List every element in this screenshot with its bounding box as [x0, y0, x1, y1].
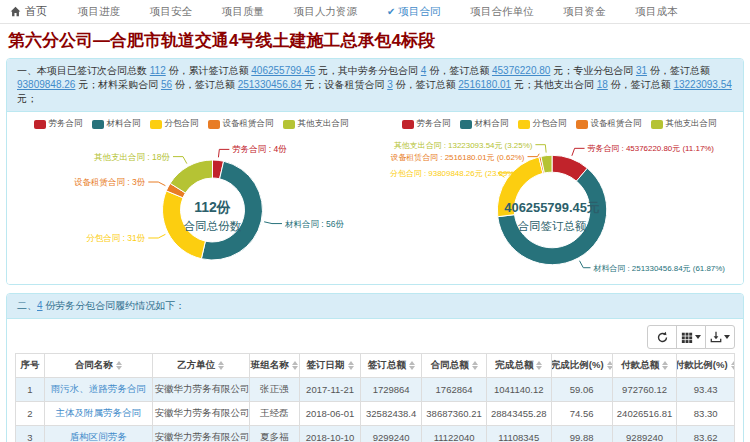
label-leader-line: [173, 157, 187, 164]
static-text: 份，签订总额: [608, 79, 674, 90]
column-label: 签订总额: [368, 359, 406, 372]
nav-item-项目人力资源[interactable]: 项目人力资源: [279, 5, 372, 19]
sort-icon[interactable]: [409, 361, 415, 370]
legend-label: 材料合同: [475, 118, 509, 130]
static-text: 份，签订总额: [426, 65, 492, 76]
cell-complete_pct: 59.06: [551, 378, 612, 402]
cell-name: 主体及附属劳务合同: [44, 402, 152, 426]
cell-company: 安徽华力劳务有限公司: [152, 402, 249, 426]
legend-item[interactable]: 材料合同: [460, 118, 509, 130]
legend-item[interactable]: 其他支出合同: [283, 118, 349, 130]
nav-item-项目成本[interactable]: 项目成本: [620, 5, 692, 19]
legend-swatch-icon: [92, 120, 104, 129]
legend-label: 设备租赁合同: [223, 118, 274, 130]
contract-name-link[interactable]: 盾构区间劳务: [70, 431, 127, 442]
value-link[interactable]: 112: [150, 65, 166, 76]
static-text: 一、本项目已签订次合同总数: [17, 65, 150, 76]
legend-item[interactable]: 劳务合同: [402, 118, 451, 130]
legend-item[interactable]: 分包合同: [518, 118, 567, 130]
column-label: 合同总额: [431, 359, 469, 372]
sort-icon[interactable]: [662, 361, 668, 370]
legend-item[interactable]: 其他支出合同: [651, 118, 717, 130]
column-label: 序号: [20, 359, 39, 372]
export-button[interactable]: [705, 325, 735, 349]
sort-icon[interactable]: [607, 361, 613, 370]
column-header-paid_pct[interactable]: 付款比例(%): [679, 359, 732, 372]
contract-name-link[interactable]: 主体及附属劳务合同: [55, 407, 141, 418]
cell-no: 2: [16, 402, 45, 426]
value-link[interactable]: 18: [597, 79, 608, 90]
value-link[interactable]: 13223093.54: [673, 79, 731, 90]
sort-icon[interactable]: [116, 361, 122, 370]
cell-team: 夏多福: [249, 426, 299, 442]
column-header-team[interactable]: 班组名称: [252, 359, 297, 372]
column-header-paid[interactable]: 付款总额: [615, 359, 675, 372]
nav-item-项目资金[interactable]: 项目资金: [548, 5, 620, 19]
legend-swatch-icon: [460, 120, 472, 129]
cell-completed: 1041140.12: [486, 378, 551, 402]
label-leader-line: [264, 222, 282, 224]
value-link[interactable]: 93809848.26: [17, 79, 75, 90]
legend-label: 其他支出合同: [298, 118, 349, 130]
sort-icon[interactable]: [731, 361, 735, 370]
sort-icon[interactable]: [472, 361, 478, 370]
value-link[interactable]: 56: [161, 79, 172, 90]
sort-icon[interactable]: [536, 361, 542, 370]
cell-team: 王经磊: [249, 402, 299, 426]
check-icon: ✔: [387, 6, 395, 17]
sort-icon[interactable]: [218, 361, 224, 370]
column-header-company[interactable]: 乙方单位: [155, 359, 247, 372]
value-link[interactable]: 406255799.45: [251, 65, 315, 76]
cell-completed: 28843455.28: [486, 402, 551, 426]
column-label: 乙方单位: [177, 359, 215, 372]
value-link[interactable]: 45376220.80: [492, 65, 550, 76]
column-header-name[interactable]: 合同名称: [47, 359, 150, 372]
legend-item[interactable]: 设备租赁合同: [208, 118, 274, 130]
contract-amount-donut: 劳务合同 : 45376220.80元 (11.17%)材料合同 : 25133…: [375, 132, 743, 282]
legend-item[interactable]: 劳务合同: [34, 118, 83, 130]
static-text: 份，签订总额: [393, 79, 459, 90]
contract-name-link[interactable]: 雨污水、道路劳务合同: [51, 383, 146, 394]
sort-icon[interactable]: [348, 361, 354, 370]
nav-item-项目安全[interactable]: 项目安全: [135, 5, 207, 19]
value-link[interactable]: 2516180.01: [458, 79, 511, 90]
table-toolbar: [15, 325, 735, 349]
legend-item[interactable]: 材料合同: [92, 118, 141, 130]
static-text: 份，累计签订总额: [166, 65, 252, 76]
slice-label: 其他支出合同 : 18份: [94, 152, 171, 162]
nav-item-项目进度[interactable]: 项目进度: [63, 5, 135, 19]
nav-item-项目合作单位[interactable]: 项目合作单位: [455, 5, 548, 19]
contract-amount-chart: 劳务合同材料合同分包合同设备租赁合同其他支出合同 劳务合同 : 45376220…: [375, 116, 743, 282]
column-header-total[interactable]: 合同总额: [424, 359, 484, 372]
slice-label: 其他支出合同 : 13223093.54元 (3.25%): [394, 141, 533, 150]
column-label: 合同名称: [75, 359, 113, 372]
column-header-signed[interactable]: 签订总额: [363, 359, 419, 372]
table-row: 1雨污水、道路劳务合同安徽华力劳务有限公司张正强2017-11-21172986…: [16, 378, 735, 402]
column-header-completed[interactable]: 完成总额: [489, 359, 549, 372]
column-header-complete_pct[interactable]: 完成比例(%): [554, 359, 610, 372]
cell-team: 张正强: [249, 378, 299, 402]
legend-label: 分包合同: [165, 118, 199, 130]
slice-label: 劳务合同 : 4份: [232, 144, 287, 154]
sort-icon[interactable]: [292, 361, 298, 370]
section2-heading: 二、4 份劳务分包合同履约情况如下：: [7, 294, 743, 319]
cell-company: 安徽华力劳务有限公司: [152, 426, 249, 442]
nav-home[interactable]: 首页: [10, 4, 47, 19]
nav-item-项目合同[interactable]: ✔项目合同: [372, 5, 455, 19]
column-label: 付款总额: [621, 359, 659, 372]
legend-item[interactable]: 分包合同: [150, 118, 199, 130]
refresh-button[interactable]: [647, 325, 677, 349]
column-header-date[interactable]: 签订日期: [302, 359, 358, 372]
nav-item-项目质量[interactable]: 项目质量: [207, 5, 279, 19]
static-text: 份，签订总额: [172, 79, 238, 90]
value-link[interactable]: 251330456.84: [238, 79, 302, 90]
columns-icon: [681, 331, 693, 343]
static-text: 元；材料采购合同: [75, 79, 161, 90]
caret-down-icon: [695, 335, 701, 339]
legend-item[interactable]: 设备租赁合同: [576, 118, 642, 130]
column-label: 付款比例(%): [677, 359, 728, 372]
value-link[interactable]: 31: [636, 65, 647, 76]
table-head: 序号合同名称乙方单位班组名称签订日期签订总额合同总额完成总额完成比例(%)付款总…: [16, 354, 735, 378]
legend-swatch-icon: [208, 120, 220, 129]
columns-button[interactable]: [676, 325, 706, 349]
